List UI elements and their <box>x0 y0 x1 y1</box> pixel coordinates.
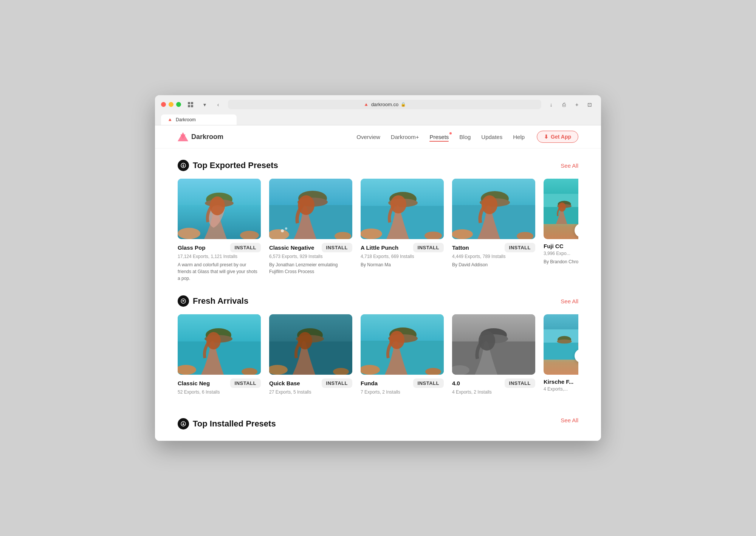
classic-neg-image <box>178 314 261 375</box>
top-installed-see-all[interactable]: See All <box>561 417 578 423</box>
lock-icon: 🔒 <box>401 102 406 107</box>
preset-card-tatton: Tatton INSTALL 4,449 Exports, 789 Instal… <box>452 179 535 282</box>
classic-negative-name-row: Classic Negative INSTALL <box>269 243 352 252</box>
tatton-image <box>452 179 535 239</box>
fresh-arrivals-header: Fresh Arrivals See All <box>178 295 578 307</box>
top-exported-section: Top Exported Presets See All <box>178 160 578 282</box>
classic-negative-stats: 6,573 Exports, 929 Installs <box>269 254 352 259</box>
glass-pop-name-row: Glass Pop INSTALL <box>178 243 261 252</box>
fuji-cc-stats: 3,996 Expo... <box>544 251 578 256</box>
4point0-name: 4.0 <box>452 380 460 386</box>
traffic-lights <box>161 102 181 107</box>
kirsche-name-row: Kirsche F... <box>544 378 578 385</box>
svg-point-12 <box>178 228 200 239</box>
tatton-desc: By David Addison <box>452 261 535 268</box>
logo[interactable]: Darkroom <box>178 132 223 141</box>
tab-overview-icon[interactable]: ⊡ <box>584 100 595 109</box>
svg-rect-73 <box>544 343 578 360</box>
installed-icon <box>178 418 189 429</box>
download-circle-icon: ⬇ <box>544 134 548 140</box>
classic-negative-desc: By Jonathan Lenzmeier emulating Fujifilm… <box>269 261 352 275</box>
top-exported-see-all[interactable]: See All <box>561 162 578 169</box>
tatton-install[interactable]: INSTALL <box>505 243 535 252</box>
get-app-button[interactable]: ⬇ Get App <box>537 131 578 143</box>
fuji-cc-name-row: Fuji CC <box>544 243 578 249</box>
download-icon[interactable]: ↓ <box>546 100 556 109</box>
tab-label: Darkroom <box>176 117 196 122</box>
browser-controls: ▾ ‹ <box>186 100 223 109</box>
preset-card-quick-base: Quick Base INSTALL 27 Exports, 5 Install… <box>269 314 352 397</box>
address-bar[interactable]: 🔺 darkroom.co 🔒 <box>228 100 541 109</box>
little-punch-name: A Little Punch <box>361 244 398 251</box>
nav-blog[interactable]: Blog <box>459 134 471 140</box>
svg-rect-1 <box>191 102 193 104</box>
quick-base-stats: 27 Exports, 5 Installs <box>269 389 352 395</box>
quick-base-install[interactable]: INSTALL <box>322 378 352 388</box>
preset-card-fuji-cc: › Fuji CC 3,996 Expo... By Brandon Chrom… <box>544 179 578 282</box>
minimize-button[interactable] <box>169 102 174 107</box>
nav-presets[interactable]: Presets <box>429 134 449 140</box>
quick-base-image <box>269 314 352 375</box>
new-tab-icon[interactable]: + <box>572 100 582 109</box>
preset-card-classic-neg: Classic Neg INSTALL 52 Exports, 6 Instal… <box>178 314 261 397</box>
top-exported-title: Top Exported Presets <box>178 160 278 171</box>
close-button[interactable] <box>161 102 166 107</box>
svg-point-21 <box>281 229 284 232</box>
svg-point-75 <box>557 340 572 344</box>
little-punch-stats: 4,718 Exports, 669 Installs <box>361 254 444 259</box>
classic-neg-install[interactable]: INSTALL <box>230 378 261 388</box>
logo-text: Darkroom <box>191 133 223 141</box>
top-exported-row: Glass Pop INSTALL 17,124 Exports, 1,121 … <box>178 179 578 282</box>
glass-pop-name: Glass Pop <box>178 244 205 251</box>
url-text: darkroom.co <box>371 102 398 107</box>
tatton-name: Tatton <box>452 244 469 251</box>
browser-window: ▾ ‹ 🔺 darkroom.co 🔒 ↓ ⎙ + ⊡ 🔺 Darkroom <box>155 95 601 441</box>
main-content: Top Exported Presets See All <box>155 148 601 441</box>
nav-updates[interactable]: Updates <box>481 134 502 140</box>
tatton-name-row: Tatton INSTALL <box>452 243 535 252</box>
glass-pop-install[interactable]: INSTALL <box>230 243 261 252</box>
fresh-arrivals-see-all[interactable]: See All <box>561 298 578 304</box>
active-tab[interactable]: 🔺 Darkroom <box>161 114 237 125</box>
tab-grid-icon[interactable] <box>186 100 196 109</box>
nav-help[interactable]: Help <box>513 134 525 140</box>
top-installed-header: Top Installed Presets See All <box>178 411 578 429</box>
funda-install[interactable]: INSTALL <box>413 378 444 388</box>
svg-point-22 <box>285 227 287 230</box>
classic-neg-name: Classic Neg <box>178 380 210 386</box>
classic-neg-stats: 52 Exports, 6 Installs <box>178 389 261 395</box>
glass-pop-desc: A warm and colorfull preset by our frien… <box>178 261 261 282</box>
tab-favicon: 🔺 <box>167 117 173 122</box>
classic-negative-name: Classic Negative <box>269 244 314 251</box>
svg-point-35 <box>452 229 473 239</box>
kirsche-image <box>544 314 578 375</box>
site-favicon: 🔺 <box>363 102 369 107</box>
funda-name: Funda <box>361 380 378 386</box>
svg-point-28 <box>361 229 382 239</box>
quick-base-name-row: Quick Base INSTALL <box>269 378 352 388</box>
classic-neg-name-row: Classic Neg INSTALL <box>178 378 261 388</box>
nav-darkroom-plus[interactable]: Darkroom+ <box>391 134 419 140</box>
maximize-button[interactable] <box>176 102 181 107</box>
funda-name-row: Funda INSTALL <box>361 378 444 388</box>
little-punch-name-row: A Little Punch INSTALL <box>361 243 444 252</box>
fresh-arrivals-section: Fresh Arrivals See All <box>178 295 578 397</box>
top-installed-title: Top Installed Presets <box>178 418 276 429</box>
back-icon[interactable]: ‹ <box>213 100 223 109</box>
little-punch-install[interactable]: INSTALL <box>413 243 444 252</box>
preset-card-funda: Funda INSTALL 7 Exports, 2 Installs <box>361 314 444 397</box>
classic-negative-image <box>269 179 352 239</box>
funda-stats: 7 Exports, 2 Installs <box>361 389 444 395</box>
fuji-cc-desc: By Brandon Chrome <box>544 258 578 265</box>
classic-negative-install[interactable]: INSTALL <box>322 243 352 252</box>
app-nav: Darkroom Overview Darkroom+ Presets Blog… <box>155 125 601 148</box>
share-icon[interactable]: ⎙ <box>559 100 569 109</box>
4point0-image <box>452 314 535 375</box>
svg-rect-0 <box>188 102 190 104</box>
nav-overview[interactable]: Overview <box>356 134 380 140</box>
tatton-stats: 4,449 Exports, 789 Installs <box>452 254 535 259</box>
tab-bar: 🔺 Darkroom <box>161 113 595 125</box>
4point0-install[interactable]: INSTALL <box>505 378 535 388</box>
chevron-down-icon[interactable]: ▾ <box>199 100 210 109</box>
little-punch-image <box>361 179 444 239</box>
